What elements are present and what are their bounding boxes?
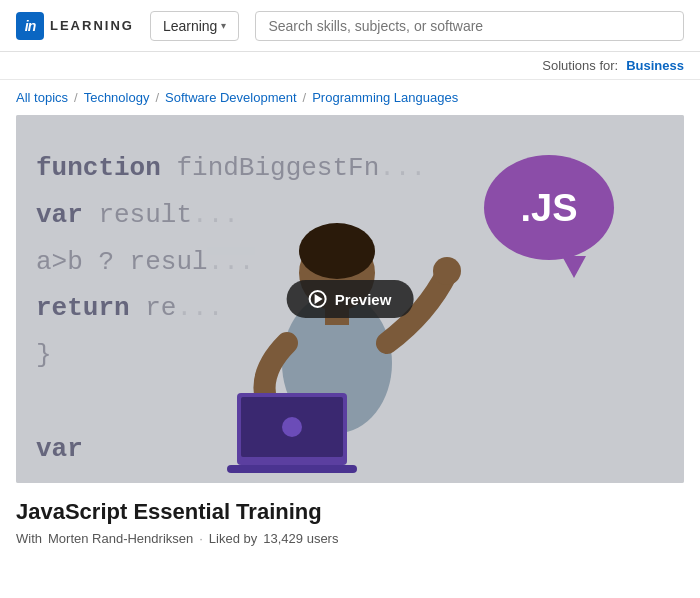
search-bar[interactable] bbox=[255, 11, 684, 41]
person-illustration bbox=[207, 163, 467, 483]
meta-separator: · bbox=[199, 531, 203, 546]
preview-label: Preview bbox=[335, 291, 392, 308]
linkedin-icon: in bbox=[16, 12, 44, 40]
liked-count: 13,429 users bbox=[263, 531, 338, 546]
business-link[interactable]: Business bbox=[626, 58, 684, 73]
svg-point-7 bbox=[282, 417, 302, 437]
svg-rect-8 bbox=[227, 465, 357, 473]
learning-brand-text: LEARNING bbox=[50, 18, 134, 33]
learning-dropdown-button[interactable]: Learning ▾ bbox=[150, 11, 240, 41]
breadcrumb: All topics / Technology / Software Devel… bbox=[0, 80, 700, 115]
svg-point-4 bbox=[433, 257, 461, 285]
breadcrumb-software-development[interactable]: Software Development bbox=[165, 90, 297, 105]
breadcrumb-programming-languages[interactable]: Programming Languages bbox=[312, 90, 458, 105]
breadcrumb-separator-1: / bbox=[74, 90, 78, 105]
top-navigation: in LEARNING Learning ▾ bbox=[0, 0, 700, 52]
solutions-bar: Solutions for: Business bbox=[0, 52, 700, 80]
course-meta: With Morten Rand-Hendriksen · Liked by 1… bbox=[16, 531, 684, 546]
play-icon bbox=[309, 290, 327, 308]
breadcrumb-separator-3: / bbox=[303, 90, 307, 105]
author-prefix: With bbox=[16, 531, 42, 546]
learning-dropdown-label: Learning bbox=[163, 18, 218, 34]
course-title: JavaScript Essential Training bbox=[16, 499, 684, 525]
js-bubble-text: .JS bbox=[520, 189, 577, 227]
search-input[interactable] bbox=[268, 18, 671, 34]
breadcrumb-technology[interactable]: Technology bbox=[84, 90, 150, 105]
linkedin-logo[interactable]: in LEARNING bbox=[16, 12, 134, 40]
breadcrumb-separator-2: / bbox=[155, 90, 159, 105]
js-speech-bubble: .JS bbox=[484, 155, 624, 275]
preview-button[interactable]: Preview bbox=[287, 280, 414, 318]
chevron-down-icon: ▾ bbox=[221, 20, 226, 31]
svg-point-3 bbox=[299, 223, 375, 279]
play-triangle bbox=[315, 294, 323, 304]
course-info-section: JavaScript Essential Training With Morte… bbox=[0, 483, 700, 558]
breadcrumb-all-topics[interactable]: All topics bbox=[16, 90, 68, 105]
solutions-label: Solutions for: bbox=[542, 58, 618, 73]
liked-prefix: Liked by bbox=[209, 531, 257, 546]
hero-background: function findBiggestFn... var result... … bbox=[16, 115, 684, 483]
hero-image-container: function findBiggestFn... var result... … bbox=[16, 115, 684, 483]
course-author: Morten Rand-Hendriksen bbox=[48, 531, 193, 546]
js-bubble-shape: .JS bbox=[484, 155, 614, 260]
